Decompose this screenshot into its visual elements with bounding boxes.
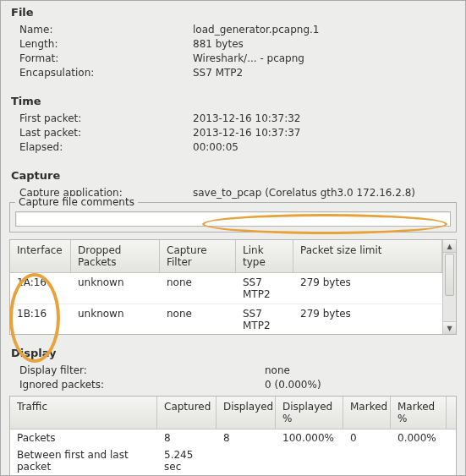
display-section: Display Display filter: none Ignored pac…	[1, 342, 465, 391]
interface-table-wrap: Interface Dropped Packets Capture Filter…	[9, 239, 457, 335]
traffic-table: Traffic Captured Displayed Displayed % M…	[9, 396, 457, 476]
col-interface[interactable]: Interface	[10, 240, 71, 272]
col-link-type[interactable]: Link type	[236, 240, 293, 272]
traffic-table-header: Traffic Captured Displayed Displayed % M…	[10, 397, 456, 429]
capture-comments-legend: Capture file comments	[15, 196, 138, 208]
file-format-value: Wireshark/... - pcapng	[193, 52, 455, 64]
display-filter-label: Display filter:	[11, 364, 265, 376]
last-packet-value: 2013-12-16 10:37:37	[193, 127, 455, 139]
capture-app-value: save_to_pcap (Corelatus gth3.0 172.16.2.…	[193, 187, 455, 199]
capture-section: Capture Capture application: save_to_pca…	[1, 164, 465, 199]
col-marked[interactable]: Marked	[343, 397, 391, 429]
interface-table-header: Interface Dropped Packets Capture Filter…	[10, 240, 442, 273]
elapsed-value: 00:00:05	[193, 141, 455, 153]
col-capture-filter[interactable]: Capture Filter	[160, 240, 236, 272]
scroll-up-button[interactable]: ▲	[443, 240, 456, 253]
file-name-label: Name:	[11, 24, 193, 36]
capture-section-title: Capture	[11, 169, 455, 182]
display-section-title: Display	[11, 347, 455, 359]
last-packet-label: Last packet:	[11, 127, 193, 139]
table-row[interactable]: 1B:16 unknown none SS7 MTP2 279 bytes	[10, 304, 442, 334]
col-dropped-packets[interactable]: Dropped Packets	[71, 240, 160, 272]
traffic-table-body: Packets 8 8 100.000% 0 0.000% Between fi…	[10, 429, 456, 476]
file-length-value: 881 bytes	[193, 38, 455, 50]
file-format-label: Format:	[11, 52, 193, 64]
table-row[interactable]: Between first and last packet 5.245 sec	[10, 446, 456, 475]
table-row[interactable]: Packets 8 8 100.000% 0 0.000%	[10, 429, 456, 446]
ignored-packets-label: Ignored packets:	[11, 379, 265, 391]
ignored-packets-value: 0 (0.000%)	[265, 379, 321, 391]
capture-comments-input[interactable]	[15, 211, 451, 227]
elapsed-label: Elapsed:	[11, 141, 193, 153]
file-encap-label: Encapsulation:	[11, 67, 193, 79]
col-displayed[interactable]: Displayed	[217, 397, 276, 429]
scroll-down-button[interactable]: ▼	[443, 321, 456, 334]
interface-scrollbar[interactable]: ▲ ▼	[442, 240, 456, 334]
file-section-title: File	[11, 6, 455, 19]
interface-table-body: 1A:16 unknown none SS7 MTP2 279 bytes 1B…	[10, 273, 442, 334]
file-encap-value: SS7 MTP2	[193, 67, 455, 79]
display-filter-value: none	[265, 364, 290, 376]
col-captured[interactable]: Captured	[157, 397, 217, 429]
first-packet-value: 2013-12-16 10:37:32	[193, 112, 455, 124]
time-section-title: Time	[11, 95, 455, 107]
col-displayed-pct[interactable]: Displayed %	[276, 397, 343, 429]
col-packet-size-limit[interactable]: Packet size limit	[293, 240, 442, 272]
file-name-value: load_generator.pcapng.1	[193, 24, 455, 36]
col-traffic[interactable]: Traffic	[10, 397, 157, 429]
file-section: File Name: load_generator.pcapng.1 Lengt…	[1, 1, 465, 90]
first-packet-label: First packet:	[11, 112, 193, 124]
interface-table: Interface Dropped Packets Capture Filter…	[10, 240, 442, 334]
time-section: Time First packet: 2013-12-16 10:37:32 L…	[1, 90, 465, 164]
capture-comments-group: Capture file comments	[9, 202, 457, 233]
table-row[interactable]: 1A:16 unknown none SS7 MTP2 279 bytes	[10, 273, 442, 304]
col-marked-pct[interactable]: Marked %	[391, 397, 447, 429]
scroll-thumb[interactable]	[445, 254, 454, 296]
file-length-label: Length:	[11, 38, 193, 50]
